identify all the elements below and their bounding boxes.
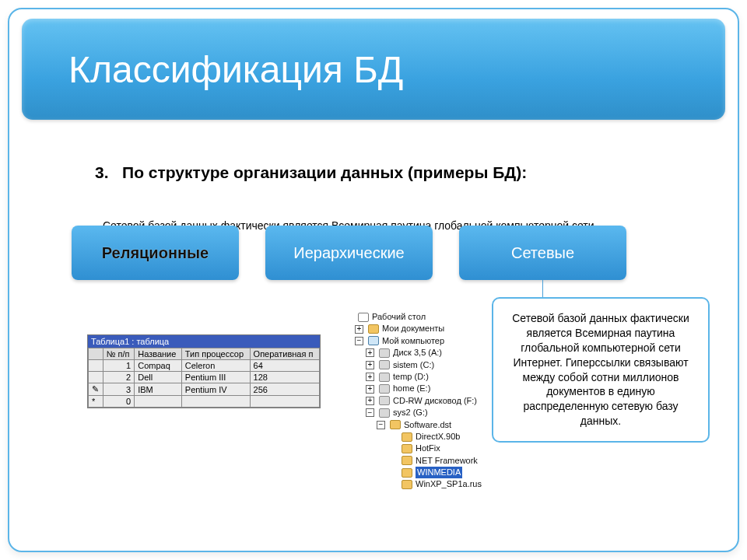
tree-item-label: sistem (C:): [393, 359, 434, 371]
footer-blank: *: [89, 396, 103, 408]
tree-item[interactable]: HotFix: [344, 443, 482, 454]
slide-frame: Классификация БД 3. По структуре организ…: [8, 8, 739, 552]
subheading-number: 3.: [95, 163, 109, 181]
collapse-icon[interactable]: −: [377, 421, 385, 429]
table-cell: 3: [103, 383, 134, 396]
table-row: ✎3IBMPentium IV256: [89, 383, 320, 396]
col-blank: [89, 348, 103, 360]
table-cell: 64: [250, 360, 319, 372]
tree-item[interactable]: WinXP_SP1a.rus: [344, 478, 482, 490]
table-cell: Pentium IV: [181, 383, 250, 396]
row-marker: ✎: [89, 383, 103, 396]
table-cell: 256: [250, 383, 319, 396]
table-titlebar: Таблица1 : таблица: [88, 335, 320, 348]
table-cell: Celeron: [181, 360, 250, 372]
tree-item-label: Рабочий стол: [372, 311, 426, 323]
drive-icon: [379, 408, 390, 418]
slide-title: Классификация БД: [68, 48, 403, 91]
tree-item[interactable]: +temp (D:): [344, 371, 482, 383]
col-ram: Оперативная п: [250, 348, 319, 360]
pill-hierarchical: Иерархические: [265, 226, 433, 280]
pill-network: Сетевые: [459, 226, 626, 280]
folder-icon: [402, 456, 412, 465]
pill-hierarchical-label: Иерархические: [293, 244, 404, 261]
tree-item-label: WINMEDIA: [416, 467, 462, 478]
network-example-box: Сетевой базой данных фактически является…: [492, 297, 710, 443]
table-cell: Dell: [135, 372, 182, 383]
table-cell: Pentium III: [181, 372, 250, 383]
relational-example: Таблица1 : таблица № п/п Название Тип пр…: [87, 334, 321, 408]
expand-icon[interactable]: +: [366, 397, 374, 405]
table-cell: 1: [103, 360, 134, 372]
row-marker: [89, 360, 103, 372]
col-proc: Тип процессор: [181, 348, 250, 360]
table-cell: 2: [103, 372, 134, 383]
expand-icon[interactable]: +: [366, 385, 374, 394]
folder-icon: [402, 480, 412, 489]
tree-item[interactable]: NET Framework: [344, 455, 482, 467]
tree-item-label: DirectX.90b: [416, 431, 460, 443]
tree-item-label: temp (D:): [393, 371, 429, 383]
doc-icon: [358, 313, 369, 322]
drive-icon: [379, 396, 390, 405]
tree-item[interactable]: DirectX.90b: [344, 431, 482, 443]
tree-item[interactable]: +home (E:): [344, 383, 482, 394]
tree-item-label: Мой компьютер: [382, 335, 444, 347]
folder-icon: [402, 444, 412, 453]
table-footer-row: * 0: [89, 396, 320, 408]
hierarchical-example: Рабочий стол+Мои документы−Мой компьютер…: [344, 311, 482, 491]
table-header-row: № п/п Название Тип процессор Оперативная…: [89, 348, 320, 360]
tree-item[interactable]: −Software.dst: [344, 419, 482, 431]
collapse-icon[interactable]: −: [355, 337, 363, 345]
tree-item-label: Мои документы: [382, 323, 444, 334]
tree-item-label: HotFix: [416, 443, 440, 454]
col-name: Название: [135, 348, 182, 360]
tree-item[interactable]: WINMEDIA: [344, 467, 482, 478]
table-row: 1CompaqCeleron64: [89, 360, 320, 372]
table-cell: 128: [250, 372, 319, 383]
tree-item[interactable]: Рабочий стол: [344, 311, 482, 323]
row-marker: [89, 372, 103, 383]
network-connector: [542, 280, 543, 297]
expand-icon[interactable]: +: [366, 348, 374, 357]
tree-item-label: NET Framework: [416, 455, 478, 467]
drive-icon: [379, 384, 390, 394]
relational-table: № п/п Название Тип процессор Оперативная…: [88, 348, 320, 408]
drive-icon: [379, 373, 390, 382]
collapse-icon[interactable]: −: [366, 408, 374, 417]
drive-icon: [379, 360, 390, 369]
folder-icon: [368, 324, 379, 334]
expand-icon[interactable]: +: [366, 361, 374, 369]
table-cell: Compaq: [135, 360, 182, 372]
network-example-text: Сетевой базой данных фактически является…: [512, 312, 689, 427]
folder-icon: [390, 420, 401, 429]
footer-zero: 0: [103, 396, 134, 408]
subheading: 3. По структуре организации данных (прим…: [95, 163, 527, 182]
tree-item-label: sys2 (G:): [393, 407, 428, 418]
category-row: Реляционные Иерархические Сетевые: [72, 226, 626, 280]
subheading-text: По структуре организации данных (примеры…: [122, 163, 527, 181]
tree-item-label: CD-RW дисковод (F:): [393, 395, 477, 407]
expand-icon[interactable]: +: [355, 325, 363, 334]
comp-icon: [368, 336, 379, 345]
tree-item[interactable]: +sistem (C:): [344, 359, 482, 371]
pill-relational: Реляционные: [72, 226, 239, 280]
tree-item-label: Диск 3,5 (A:): [393, 347, 442, 359]
tree-item[interactable]: +Мои документы: [344, 323, 482, 334]
tree-item[interactable]: +CD-RW дисковод (F:): [344, 395, 482, 407]
pill-network-label: Сетевые: [511, 244, 574, 261]
folder-icon: [402, 432, 412, 442]
folder-icon: [402, 468, 412, 478]
tree-item[interactable]: −Мой компьютер: [344, 335, 482, 347]
expand-icon[interactable]: +: [366, 373, 374, 381]
drive-icon: [379, 348, 390, 358]
tree-item[interactable]: −sys2 (G:): [344, 407, 482, 418]
col-num: № п/п: [103, 348, 134, 360]
tree-item[interactable]: +Диск 3,5 (A:): [344, 347, 482, 359]
tree-item-label: Software.dst: [404, 419, 451, 431]
pill-relational-label: Реляционные: [102, 244, 209, 261]
title-band: Классификация БД: [22, 19, 725, 120]
tree-item-label: WinXP_SP1a.rus: [416, 478, 482, 490]
table-row: 2DellPentium III128: [89, 372, 320, 383]
tree-item-label: home (E:): [393, 383, 430, 394]
